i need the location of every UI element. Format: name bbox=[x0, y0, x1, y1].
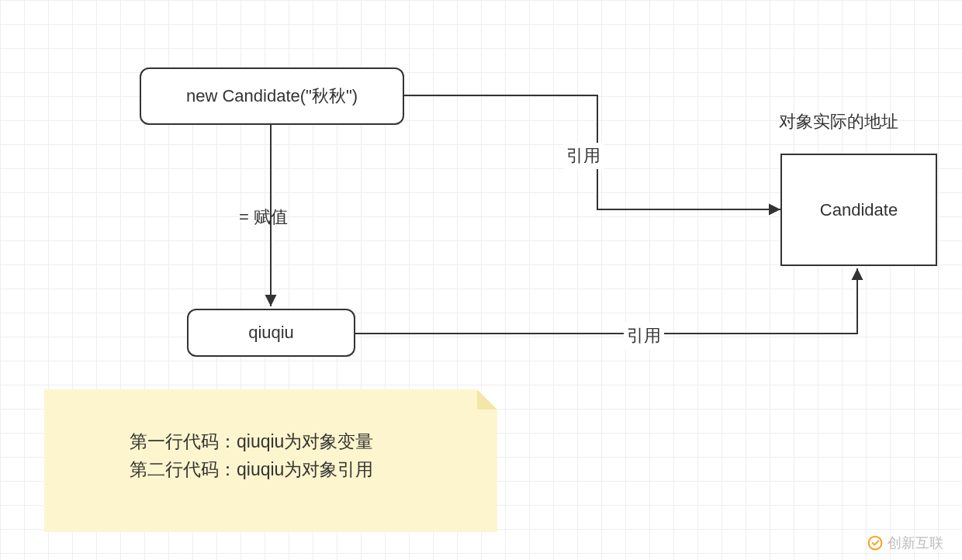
label-ref-bottom: 引用 bbox=[624, 323, 664, 349]
node-variable: qiuqiu bbox=[187, 309, 355, 357]
label-assign: = 赋值 bbox=[239, 206, 288, 229]
note-fold-icon bbox=[477, 389, 497, 410]
node-constructor: new Candidate("秋秋") bbox=[140, 67, 404, 125]
node-variable-text: qiuqiu bbox=[248, 323, 294, 343]
note-line-2: 第二行代码：qiuqiu为对象引用 bbox=[130, 456, 460, 484]
node-constructor-text: new Candidate("秋秋") bbox=[186, 85, 358, 108]
watermark-logo-icon bbox=[867, 535, 883, 551]
svg-point-0 bbox=[869, 537, 882, 550]
label-actual-address: 对象实际的地址 bbox=[779, 110, 898, 133]
label-ref-top: 引用 bbox=[563, 143, 604, 169]
node-object: Candidate bbox=[780, 154, 937, 266]
watermark: 创新互联 bbox=[867, 534, 943, 552]
note-line-1: 第一行代码：qiuqiu为对象变量 bbox=[130, 428, 460, 456]
node-object-text: Candidate bbox=[820, 200, 898, 220]
watermark-text: 创新互联 bbox=[888, 534, 943, 552]
sticky-note: 第一行代码：qiuqiu为对象变量 第二行代码：qiuqiu为对象引用 bbox=[44, 389, 497, 532]
